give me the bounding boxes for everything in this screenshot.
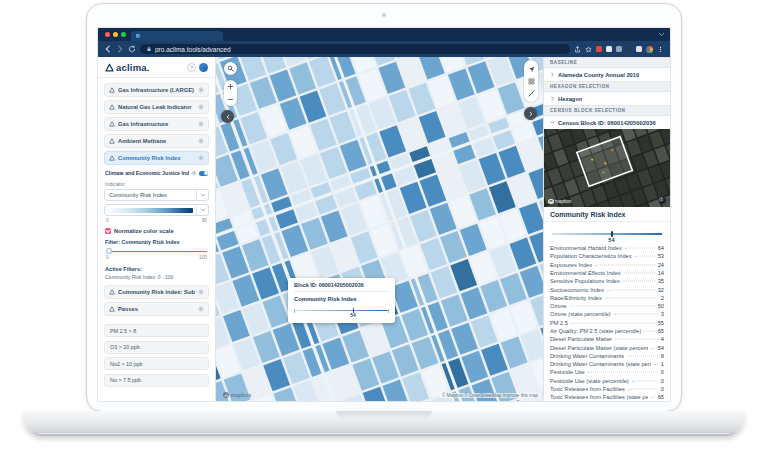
pass-filter-chip[interactable]: No > 7.5 ppb bbox=[104, 374, 209, 387]
forward-button[interactable] bbox=[116, 45, 124, 53]
layer-item[interactable]: Gas Infrastructure (LARGE) bbox=[104, 83, 209, 97]
layer-settings-gear-icon[interactable] bbox=[198, 138, 204, 144]
basemap-grid-icon[interactable] bbox=[528, 78, 535, 85]
layer-item[interactable]: Community Risk Index bbox=[104, 151, 209, 165]
collapse-left-panel-button[interactable] bbox=[221, 110, 234, 123]
metric-value: 8 bbox=[661, 353, 664, 359]
chevron-down-icon bbox=[200, 192, 206, 198]
zoom-in-button[interactable] bbox=[227, 83, 234, 90]
layers-sidebar: aclima. ? Gas bbox=[98, 57, 216, 401]
extension-icon[interactable] bbox=[636, 46, 642, 52]
layer-settings-gear-icon[interactable] bbox=[198, 104, 204, 110]
color-gradient-bar bbox=[108, 208, 193, 213]
user-avatar[interactable] bbox=[199, 63, 208, 72]
census-section-header: CENSUS BLOCK SELECTION bbox=[544, 105, 670, 116]
ceji-visibility-toggle[interactable] bbox=[199, 171, 208, 176]
ceji-row: Climate and Economic Justice Indicators bbox=[105, 170, 208, 176]
baseline-row[interactable]: Alameda County Annual 2019 bbox=[544, 68, 670, 81]
layer-item[interactable]: Community Risk Index: Sub-Indices bbox=[104, 285, 209, 299]
layer-settings-gear-icon[interactable] bbox=[198, 121, 204, 127]
metric-value: 0 bbox=[661, 378, 664, 384]
thumbnail-info-button[interactable] bbox=[659, 197, 666, 204]
indicator-select-chevron[interactable] bbox=[196, 190, 208, 200]
dotted-leader bbox=[605, 297, 658, 298]
metric-value: 55 bbox=[658, 320, 664, 326]
layer-item[interactable]: Gas Infrastructure bbox=[104, 117, 209, 131]
color-scale-labels: 0 95 bbox=[104, 218, 209, 223]
risk-filter-slider[interactable] bbox=[106, 248, 207, 254]
pass-filter-list: PM 2.5 > 8 O3 > 20 ppb No2 > 10 ppb No >… bbox=[104, 324, 209, 390]
census-row[interactable]: Census Block ID: 060014205002036 bbox=[544, 116, 670, 129]
layer-settings-gear-icon[interactable] bbox=[198, 289, 204, 295]
metric-label: Toxic Releases from Facilities bbox=[550, 386, 625, 392]
menu-kebab-icon[interactable] bbox=[657, 46, 664, 53]
url-bar[interactable]: pro.aclima.tools/advanced bbox=[140, 44, 570, 54]
thumbnail-mapbox-text: mapbox bbox=[555, 199, 571, 204]
metric-row: Pesticide Use 0 bbox=[550, 368, 664, 376]
chevron-down-icon bbox=[200, 207, 206, 213]
hexagon-section-header: HEXAGON SELECTION bbox=[544, 81, 670, 92]
zoom-out-button[interactable] bbox=[227, 96, 234, 103]
thumbnail-mapbox-logo[interactable]: m mapbox bbox=[548, 199, 571, 205]
help-button[interactable]: ? bbox=[187, 63, 196, 72]
extension-icon[interactable] bbox=[616, 46, 622, 52]
metric-label: Exposures Index bbox=[550, 262, 592, 268]
url-text: pro.aclima.tools/advanced bbox=[155, 46, 231, 53]
satellite-image bbox=[544, 129, 670, 207]
map-attribution[interactable]: © Mapbox © OpenStreetMap Improve this ma… bbox=[440, 393, 540, 398]
back-button[interactable] bbox=[104, 45, 112, 53]
popup-value-slider: 54 bbox=[294, 308, 389, 316]
aclima-app: aclima. ? Gas bbox=[98, 57, 670, 401]
metric-row: Diesel Particulate Matter (state percent… bbox=[550, 343, 664, 351]
close-window-button[interactable] bbox=[105, 32, 110, 37]
layer-item[interactable]: Natural Gas Leak Indicator bbox=[104, 100, 209, 114]
pass-filter-chip[interactable]: No2 > 10 ppb bbox=[104, 357, 209, 370]
metric-value: 2 bbox=[661, 295, 664, 301]
layer-label: Gas Infrastructure bbox=[118, 121, 195, 127]
locate-arrow-icon[interactable] bbox=[528, 66, 535, 73]
layer-settings-gear-icon[interactable] bbox=[198, 87, 204, 93]
hexagon-row[interactable]: Hexagon bbox=[544, 92, 670, 105]
map-canvas[interactable]: Block ID: 060014205002036 Community Risk… bbox=[216, 57, 543, 401]
slider-handle[interactable] bbox=[106, 248, 112, 254]
reload-button[interactable] bbox=[128, 45, 136, 53]
metric-label: Diesel Particulate Matter (state percent… bbox=[550, 345, 648, 351]
indicator-select[interactable]: Community Risk Index bbox=[104, 189, 209, 201]
map-search-button[interactable] bbox=[224, 62, 237, 75]
measure-ruler-icon[interactable] bbox=[528, 90, 535, 97]
layer-settings-gear-icon[interactable] bbox=[198, 306, 204, 312]
pass-filter-chip[interactable]: PM 2.5 > 8 bbox=[104, 324, 209, 337]
layer-item[interactable]: Ambient Methane bbox=[104, 134, 209, 148]
tab-overflow-chevron-icon[interactable] bbox=[658, 31, 665, 38]
bookmark-star-icon[interactable] bbox=[585, 46, 592, 53]
layer-item[interactable]: Passes bbox=[104, 302, 209, 316]
risk-index-slider: 54 bbox=[552, 226, 662, 242]
laptop-base-notch bbox=[336, 411, 432, 419]
profile-avatar[interactable] bbox=[646, 46, 653, 53]
browser-tab[interactable] bbox=[131, 31, 223, 41]
normalize-checkbox[interactable] bbox=[105, 228, 111, 234]
mapbox-logo[interactable]: m mapbox bbox=[223, 392, 252, 398]
pass-filter-chip[interactable]: O3 > 20 ppb bbox=[104, 341, 209, 354]
metric-value: 1 bbox=[661, 361, 664, 367]
extension-icon[interactable] bbox=[626, 46, 632, 52]
metric-value: 54 bbox=[658, 345, 664, 351]
metric-value: 0 bbox=[661, 369, 664, 375]
layer-settings-gear-icon[interactable] bbox=[198, 155, 204, 161]
expand-right-panel-button[interactable] bbox=[524, 107, 537, 120]
browser-toolbar: pro.aclima.tools/advanced bbox=[98, 41, 670, 57]
metric-row: Diesel Particulate Matter 4 bbox=[550, 335, 664, 343]
metric-row: Sensitive Populations Index 35 bbox=[550, 277, 664, 285]
color-scale-select[interactable] bbox=[104, 204, 209, 216]
extension-icon[interactable] bbox=[606, 46, 612, 52]
metric-row: PM 2.5 55 bbox=[550, 319, 664, 327]
minimize-window-button[interactable] bbox=[113, 32, 118, 37]
metric-label: Sensitive Populations Index bbox=[550, 278, 620, 284]
toolbar-icons bbox=[574, 46, 664, 53]
extension-icon[interactable] bbox=[596, 46, 602, 52]
share-icon[interactable] bbox=[574, 46, 581, 53]
color-scale-chevron[interactable] bbox=[196, 205, 208, 215]
ceji-settings-gear-icon[interactable] bbox=[191, 170, 197, 176]
maximize-window-button[interactable] bbox=[121, 32, 126, 37]
metric-row: Toxic Releases from Facilities (state pe… bbox=[550, 393, 664, 401]
